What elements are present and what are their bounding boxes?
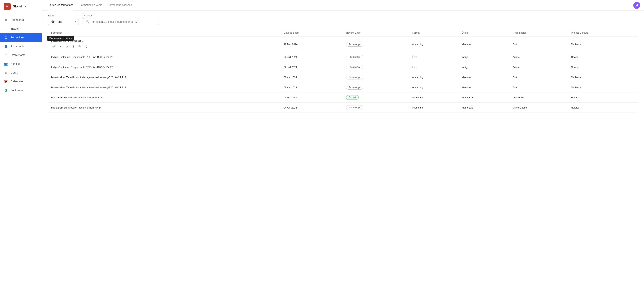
tab-all[interactable]: Toutes les formations	[48, 0, 74, 10]
row-4-review-email: Pas envoyé	[343, 82, 409, 92]
row-1-format: Live	[409, 52, 459, 62]
ai-icon-wrapper: Voir formation reviews✦	[58, 44, 63, 49]
row-3-project-manager: Marianne	[568, 72, 638, 82]
cours-icon: ▦	[4, 70, 8, 75]
row-0-project-manager: Marianne	[568, 37, 638, 52]
row-4-format: eLearning	[409, 82, 459, 92]
sidebar-item-formations[interactable]: ⬡ Formations	[0, 33, 42, 42]
copy-icon[interactable]: ⎘	[71, 44, 76, 49]
sidebar-item-apprenants[interactable]: 👤 Apprenants	[0, 42, 42, 50]
ecole-filter-group: École 🎓 Tous ▾	[48, 14, 79, 25]
row-6-format: Presentiel	[409, 102, 459, 113]
row-0-review-badge: Pas envoyé	[346, 42, 363, 46]
row-3-name: Maestro-Part Time Product Management-eLe…	[48, 72, 280, 82]
play-icon[interactable]: ▷	[64, 44, 70, 49]
row-3-headmaster: Zoé	[510, 72, 568, 82]
search-filter-group: Chercher 🔍	[82, 14, 159, 25]
row-5-project-manager: Héloïse	[568, 92, 638, 102]
sidebar-nav: ▦ Dashboard ⊞ Tracks ⬡ Formations 👤 Appr…	[0, 13, 42, 294]
sidebar-item-tracks[interactable]: ⊞ Tracks	[0, 24, 42, 33]
tabs-bar: Toutes les formationsFormations à venirF…	[42, 0, 644, 10]
row-0-review-email: Pas envoyé	[343, 37, 409, 52]
row-6-name-text: Maria B2B-Sur-Mesure-Presentiel-B2B-Avr2…	[51, 106, 101, 109]
sidebar-item-intervenants[interactable]: ⊟ Intervenants	[0, 50, 42, 60]
row-5-review-badge: Envoyé	[346, 95, 359, 100]
row-2-review-email: Pas envoyé	[343, 62, 409, 72]
formations-table: FormationDate de débutReview EmailFormat…	[48, 29, 638, 113]
tab-past[interactable]: Formations passées	[108, 0, 132, 10]
ai-sparkle-icon[interactable]: ✦	[58, 44, 63, 49]
row-5-name: Maria B2B-Sur-Mesure-Presentiel-B2B-Mar2…	[48, 92, 280, 102]
row-2-project-manager: Oriane	[568, 62, 638, 72]
table-body: Maestro-Part Time Product...🔗Voir format…	[48, 37, 638, 113]
row-3-date: 08 Avr 2024	[280, 72, 343, 82]
row-2-name-text: Indigo-Bootcamp Responsable RSE-Live-B2C…	[51, 66, 113, 68]
edit-icon[interactable]: ✎	[77, 44, 82, 49]
col-header-3: Format	[409, 29, 459, 37]
search-icon: 🔍	[86, 20, 89, 24]
row-6-date: 04 Avr 2024	[280, 102, 343, 113]
col-header-1: Date de début	[280, 29, 343, 37]
row-4-date: 08 Avr 2024	[280, 82, 343, 92]
link-icon[interactable]: 🔗	[51, 44, 56, 49]
row-5-review-email: Envoyé	[343, 92, 409, 102]
row-4-name-text: Maestro-Part Time Product Management-eLe…	[51, 86, 126, 89]
row-1-review-badge: Pas envoyé	[346, 55, 363, 59]
row-2-review-badge: Pas envoyé	[346, 65, 363, 69]
sidebar-item-cours[interactable]: ▦ Cours	[0, 68, 42, 77]
row-6-ecole: Maria B2B	[459, 102, 510, 113]
table-row: Maria B2B-Sur-Mesure-Presentiel-B2B-Avr2…	[48, 102, 638, 113]
row-5-headmaster: Annabelle	[510, 92, 568, 102]
sidebar-item-calendrier[interactable]: 📅 Calendrier	[0, 77, 42, 86]
tracks-icon: ⊞	[4, 26, 8, 31]
row-1-project-manager: Oriane	[568, 52, 638, 62]
table-header-row: FormationDate de débutReview EmailFormat…	[48, 29, 638, 37]
row-6-project-manager: Héloïse	[568, 102, 638, 113]
row-3-review-badge: Pas envoyé	[346, 75, 363, 80]
apprenants-icon: 👤	[4, 44, 8, 48]
row-6-headmaster: Marie-Liesse	[510, 102, 568, 113]
title-chevron-icon[interactable]: ▾	[25, 5, 26, 8]
table-header: FormationDate de débutReview EmailFormat…	[48, 29, 638, 37]
sidebar-item-facturation[interactable]: 💲 Facturation	[0, 86, 42, 94]
row-0-actions: 🔗Voir formation reviews✦▷⎘✎🗑	[51, 44, 278, 49]
sidebar-label-tracks: Tracks	[11, 27, 18, 30]
row-3-ecole: Maestro	[459, 72, 510, 82]
table-row: Indigo-Bootcamp Responsable RSE-Live-B2C…	[48, 52, 638, 62]
search-input[interactable]	[91, 20, 156, 23]
facturation-icon: 💲	[4, 88, 8, 92]
row-0-headmaster: Zoé	[510, 37, 568, 52]
ecole-select[interactable]: 🎓 Tous ▾	[48, 18, 79, 25]
admins-icon: 👥	[4, 62, 8, 66]
app-title: Global	[12, 5, 22, 8]
row-2-headmaster: Ariane	[510, 62, 568, 72]
avatar[interactable]: M	[633, 2, 640, 9]
tab-upcoming[interactable]: Formations à venir	[80, 0, 102, 10]
sidebar-label-apprenants: Apprenants	[11, 45, 24, 48]
col-header-4: École	[459, 29, 510, 37]
sidebar-label-cours: Cours	[11, 71, 18, 74]
sidebar-collapse-button[interactable]: ‹	[82, 13, 87, 18]
row-1-name: Indigo-Bootcamp Responsable RSE-Live-B2C…	[48, 52, 280, 62]
row-0-ecole: Maestro	[459, 37, 510, 52]
col-header-2: Review Email	[343, 29, 409, 37]
row-6-review-badge: Pas envoyé	[346, 105, 363, 110]
filters-row: École 🎓 Tous ▾ Chercher 🔍	[42, 10, 644, 29]
table-row: Maestro-Part Time Product Management-eLe…	[48, 82, 638, 92]
row-0-format: eLearning	[409, 37, 459, 52]
sidebar-label-calendrier: Calendrier	[11, 80, 23, 83]
row-2-name: Indigo-Bootcamp Responsable RSE-Live-B2C…	[48, 62, 280, 72]
table-container: FormationDate de débutReview EmailFormat…	[42, 29, 644, 294]
dashboard-icon: ▦	[4, 18, 8, 22]
search-box: 🔍	[82, 18, 159, 25]
table-row: Maestro-Part Time Product Management-eLe…	[48, 72, 638, 82]
sidebar-item-dashboard[interactable]: ▦ Dashboard	[0, 16, 42, 24]
row-5-date: 05 Mar 2024	[280, 92, 343, 102]
table-row: Maria B2B-Sur-Mesure-Presentiel-B2B-Mar2…	[48, 92, 638, 102]
row-4-project-manager: Marianne	[568, 82, 638, 92]
delete-icon[interactable]: 🗑	[84, 44, 89, 49]
ecole-icon: 🎓	[51, 20, 55, 24]
row-5-ecole: Maria B2B	[459, 92, 510, 102]
formations-icon: ⬡	[4, 35, 8, 40]
sidebar-item-admins[interactable]: 👥 Admins	[0, 60, 42, 68]
